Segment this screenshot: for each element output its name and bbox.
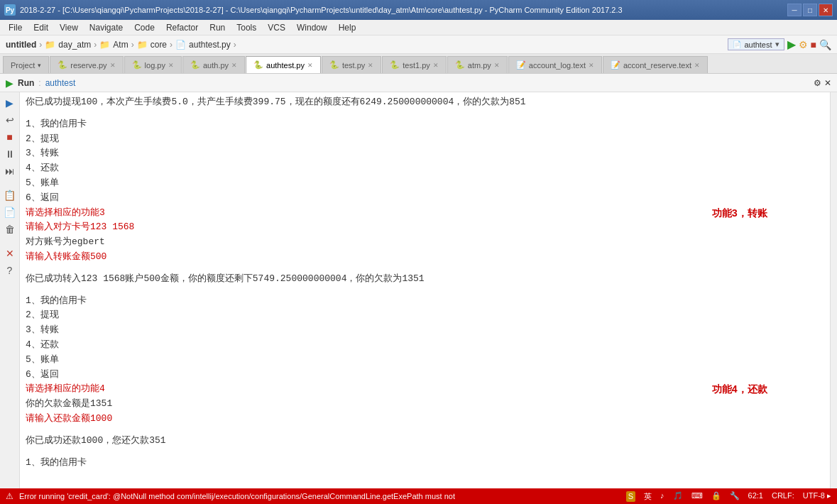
menu-item-view[interactable]: View	[54, 21, 84, 34]
menu-item-run[interactable]: Run	[204, 21, 231, 34]
tab-reserve-label: reserve.py	[70, 61, 106, 70]
txt-icon-accont-reserve: 📝	[611, 60, 620, 70]
right-scrollbar[interactable]	[830, 92, 837, 488]
tab-atm-py[interactable]: 🐍 atm.py ✕	[447, 56, 508, 73]
run-stop-button[interactable]: ■	[811, 39, 816, 50]
run-toolbar-icon: ▶	[6, 77, 13, 89]
console-debt-amount: 你的欠款金额是1351	[26, 397, 824, 412]
toolbar-paste-btn[interactable]: 📄	[2, 204, 18, 220]
annotation-transfer: 功能3，转账	[712, 206, 767, 222]
breadcrumb-core[interactable]: core	[151, 40, 167, 50]
annotation-repay: 功能4，还款	[712, 382, 767, 398]
status-bar: ⚠ Error running 'credit_card': @NotNull …	[0, 488, 837, 504]
tab-log-py[interactable]: 🐍 log.py ✕	[124, 56, 182, 73]
breadcrumb-day-atm[interactable]: day_atm	[58, 40, 91, 50]
toolbar-close-btn[interactable]: ✕	[2, 246, 18, 261]
console-input-account: 请输入对方卡号123 1568	[26, 220, 824, 235]
tab-project[interactable]: Project ▾	[3, 56, 49, 73]
console-area[interactable]: 你已成功提现100，本次产生手续费5.0，共产生手续费399.75，现在的额度还…	[20, 92, 830, 488]
run-config-icon: 📄	[733, 40, 741, 48]
run-toolbar-settings-icon[interactable]: ⚙	[814, 78, 821, 88]
py-icon-test1: 🐍	[390, 60, 400, 70]
run-config-label: 📄 authtest ▾	[728, 38, 784, 50]
main-area: ▶ ↩ ■ ⏸ ⏭ 📋 📄 🗑 ✕ ? 你已成功提现100，本次产生手续费5.0…	[0, 92, 837, 488]
breadcrumb-authtest[interactable]: authtest.py	[189, 40, 231, 50]
menu-item-edit[interactable]: Edit	[28, 21, 54, 34]
py-icon-atm: 🐍	[455, 60, 465, 70]
breadcrumb-folder-icon-3: 📁	[137, 40, 148, 50]
breadcrumb-atm[interactable]: Atm	[113, 40, 128, 50]
tab-test-py[interactable]: 🐍 test.py ✕	[322, 56, 381, 73]
tab-authtest-py[interactable]: 🐍 authtest.py ✕	[246, 56, 321, 73]
breadcrumb-bar: untitled › 📁 day_atm › 📁 Atm › 📁 core › …	[0, 35, 837, 54]
txt-icon-account-log: 📝	[516, 60, 526, 70]
run-play-button[interactable]: ▶	[787, 38, 796, 51]
tab-account-log-close[interactable]: ✕	[589, 62, 594, 69]
tab-reserve-py[interactable]: 🐍 reserve.py ✕	[50, 56, 123, 73]
tab-authtest-label: authtest.py	[266, 61, 305, 70]
menu-item-refactor[interactable]: Refactor	[160, 21, 204, 34]
run-debug-button[interactable]: ⚙	[799, 39, 808, 50]
status-encoding: UTF-8 ▸	[803, 491, 831, 502]
toolbar-step-btn[interactable]: ⏭	[2, 163, 18, 179]
py-icon-auth: 🐍	[190, 60, 200, 70]
toolbar-help-btn[interactable]: ?	[2, 263, 18, 278]
pycharm-icon: Py	[4, 4, 16, 16]
transfer-section: 请选择相应的功能3 请输入对方卡号123 1568 对方账号为egbert 请输…	[26, 206, 824, 265]
run-config-dropdown-icon[interactable]: ▾	[775, 40, 779, 49]
tab-auth-py[interactable]: 🐍 auth.py ✕	[182, 56, 245, 73]
menu-item-vcs[interactable]: VCS	[262, 21, 291, 34]
console-line: 1、我的信用卡	[26, 117, 824, 132]
run-toolbar-separator: :	[38, 78, 40, 88]
menu-item-tools[interactable]: Tools	[231, 21, 262, 34]
minimize-button[interactable]: ─	[787, 4, 802, 16]
run-button-bar: 📄 authtest ▾ ▶ ⚙ ■ 🔍	[728, 38, 831, 51]
tab-atm-close[interactable]: ✕	[494, 62, 500, 69]
menu-item-code[interactable]: Code	[128, 21, 160, 34]
py-icon-test: 🐍	[329, 60, 339, 70]
tab-accont-reserve-close[interactable]: ✕	[694, 62, 700, 69]
breadcrumb-chevron-end: ›	[234, 40, 236, 50]
console-input-amount: 请输入转账金额500	[26, 250, 824, 265]
breadcrumb-folder-icon-2: 📁	[99, 40, 110, 50]
status-s-icon: S	[626, 491, 635, 502]
console-repay-result: 你已成功还款1000，您还欠款351	[26, 434, 824, 449]
status-lang-icon: 英	[644, 491, 652, 502]
console-line-2: 3、转账	[26, 323, 824, 338]
menu-item-navigate[interactable]: Navigate	[84, 21, 128, 34]
menu-item-window[interactable]: Window	[291, 21, 333, 34]
project-tab-dropdown[interactable]: ▾	[38, 62, 41, 69]
menu-item-file[interactable]: File	[3, 21, 28, 34]
tab-auth-close[interactable]: ✕	[231, 62, 237, 69]
toolbar-stop-btn[interactable]: ■	[2, 129, 18, 145]
toolbar-pause-btn[interactable]: ⏸	[2, 146, 18, 162]
tab-reserve-close[interactable]: ✕	[110, 62, 116, 69]
py-icon-log: 🐍	[132, 60, 142, 70]
tab-test1-close[interactable]: ✕	[433, 62, 439, 69]
status-right-bar: S 英 ♪ 🎵 ⌨ 🔒 🔧 62:1 CRLF: UTF-8 ▸	[626, 491, 831, 502]
tab-accont-reserve[interactable]: 📝 accont_reserve.text ✕	[603, 56, 708, 73]
toolbar-rerun-btn[interactable]: ↩	[2, 112, 18, 128]
status-position: 62:1	[748, 491, 763, 502]
tab-test-close[interactable]: ✕	[368, 62, 373, 69]
breadcrumb-folder-icon-1: 📁	[45, 40, 55, 50]
tab-log-close[interactable]: ✕	[168, 62, 174, 69]
run-toolbar-close-icon[interactable]: ✕	[824, 78, 831, 88]
tab-authtest-close[interactable]: ✕	[307, 62, 313, 69]
py-icon-authtest: 🐍	[253, 60, 263, 70]
console-line: 2、提现	[26, 132, 824, 147]
status-tools-icon: 🔧	[730, 491, 740, 502]
toolbar-copy-btn[interactable]: 📋	[2, 187, 18, 203]
menu-bar: FileEditViewNavigateCodeRefactorRunTools…	[0, 20, 837, 35]
tab-account-log[interactable]: 📝 account_log.text ✕	[508, 56, 602, 73]
status-lock-icon: 🔒	[711, 491, 721, 502]
run-search-button[interactable]: 🔍	[819, 39, 831, 50]
console-empty-4	[26, 427, 824, 434]
menu-item-help[interactable]: Help	[333, 21, 362, 34]
breadcrumb-untitled[interactable]: untitled	[6, 40, 36, 50]
close-button[interactable]: ✕	[819, 4, 833, 16]
tab-test1-py[interactable]: 🐍 test1.py ✕	[382, 56, 447, 73]
toolbar-run-btn[interactable]: ▶	[2, 95, 18, 111]
toolbar-delete-btn[interactable]: 🗑	[2, 221, 18, 237]
maximize-button[interactable]: □	[803, 4, 817, 16]
